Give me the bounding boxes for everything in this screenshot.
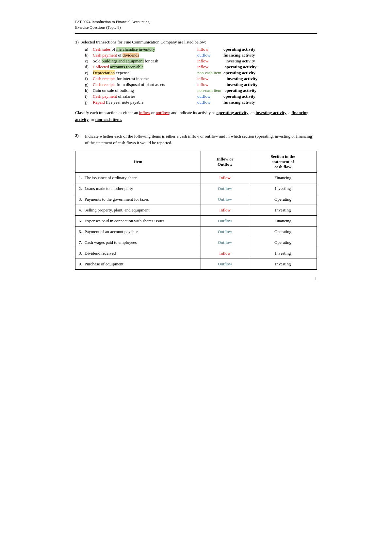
list-item: h) Gain on sale of building non-cash ite… [85,88,317,93]
table-row-flow: Outflow [201,237,249,248]
col-header-flow: Inflow orOutflow [201,151,249,173]
page-number: 1 [75,276,317,281]
list-item: i) Cash payment of salaries outflow oper… [85,94,317,99]
table-row-flow: Outflow [201,183,249,194]
list-item: g) Cash receipts from disposal of plant … [85,82,317,87]
question-2: 2) Indicate whether each of the followin… [75,133,317,270]
table-row-flow: Outflow [201,194,249,205]
table-row-section: Operating [249,227,317,237]
table-row-item: 4.Selling property, plant, and equipment [75,205,201,216]
table-row-section: Investing [249,183,317,194]
question-2-intro-block: 2) Indicate whether each of the followin… [75,133,317,147]
list-item: f) Cash receipts for interest income inf… [85,76,317,81]
course-title: PAT 0074 Introduction to Financial Accou… [75,20,317,25]
table-row-item: 7.Cash wages paid to employees [75,237,201,248]
list-item: d) Collected accounts receivable inflow … [85,64,317,70]
table-row-item: 2.Loans made to another party [75,183,201,194]
list-item: j) Repaid five year note payable outflow… [85,100,317,105]
course-subtitle: Exercise Questions (Topic 8) [75,25,317,30]
table-row-section: Operating [249,194,317,205]
col-header-item: Item [75,151,201,173]
question-1-items: a) Cash sales of merchandise inventory i… [85,47,317,105]
table-row-section: Investing [249,205,317,216]
table-row-item: 8.Dividend received [75,248,201,259]
table-row-item: 3.Payments to the government for taxes [75,194,201,205]
header-divider [75,33,317,34]
table-row-item: 6.Payment of an account payable [75,227,201,237]
table-row-item: 9.Purchase of equipment [75,259,201,270]
table-row-flow: Outflow [201,259,249,270]
question-1-label: 1) [75,40,79,45]
table-row-section: Financing [249,216,317,227]
table-row-flow: Outflow [201,216,249,227]
table-row-flow: Outflow [201,227,249,237]
table-row-section: Investing [249,259,317,270]
col-header-section: Section in thestatement ofcash flow [249,151,317,173]
table-row-item: 1.The issuance of ordinary share [75,173,201,183]
table-row-section: Financing [249,173,317,183]
question-1: 1) Selected transactions for Fine Commun… [75,40,317,123]
table-row-flow: Inflow [201,173,249,183]
question-2-text: Indicate whether each of the following i… [85,133,317,147]
question-1-intro: Selected transactions for Fine Communica… [81,40,206,45]
question-2-label: 2) [75,133,85,138]
cash-flow-table: Item Inflow orOutflow Section in thestat… [75,151,317,270]
table-row-flow: Inflow [201,205,249,216]
table-row-section: Operating [249,237,317,248]
table-row-item: 5.Expenses paid in connection with share… [75,216,201,227]
list-item: e) Depreciation expense non-cash item op… [85,70,317,76]
header: PAT 0074 Introduction to Financial Accou… [75,20,317,34]
list-item: b) Cash payment of dividends outflow fin… [85,53,317,58]
list-item: a) Cash sales of merchandise inventory i… [85,47,317,52]
table-row-flow: Inflow [201,248,249,259]
classify-instructions: Classify each transaction as either an i… [75,109,317,123]
list-item: c) Sold buildings and equipment for cash… [85,59,317,64]
table-row-section: Investing [249,248,317,259]
